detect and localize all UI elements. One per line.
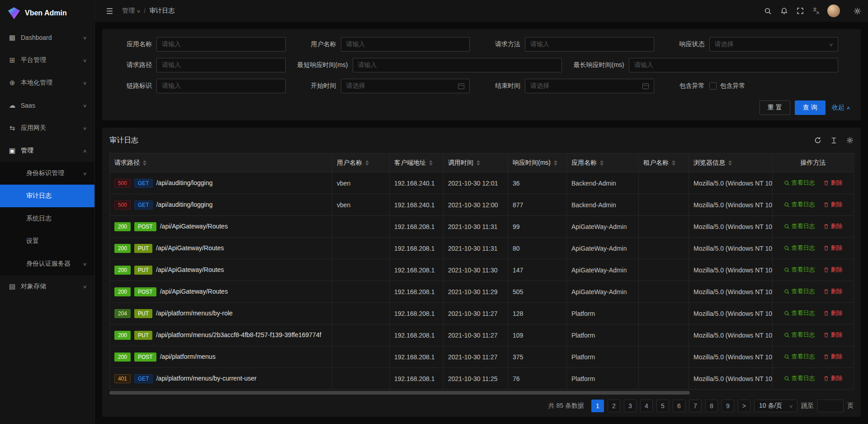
page-size-select[interactable]: 10 条/页∨ — [754, 400, 797, 412]
sidebar-subitem-audit-log[interactable]: 审计日志 — [0, 185, 94, 207]
column-header-tenant[interactable]: 租户名称 — [639, 153, 689, 172]
sidebar-item-manage[interactable]: ▣管理∧ — [0, 139, 94, 162]
table-row: 500GET/api/auditing/loggingvben192.168.2… — [110, 194, 854, 216]
breadcrumb-item-manage[interactable]: 管理 ∨ — [122, 7, 140, 15]
settings-gear-icon[interactable] — [849, 0, 865, 22]
sidebar-subitem-identity[interactable]: 身份标识管理∨ — [0, 162, 94, 185]
delete-link[interactable]: 删除 — [823, 179, 843, 187]
cell-time: 2021-10-30 11:25 — [443, 368, 508, 390]
collapse-link[interactable]: 收起∧ — [832, 104, 850, 112]
next-page-button[interactable]: > — [738, 400, 750, 412]
max-response-time-input[interactable]: 请输入 — [629, 58, 838, 72]
response-status-select[interactable]: 请选择∨ — [709, 37, 839, 52]
column-header-client[interactable]: 客户端地址 — [390, 153, 443, 172]
menu-fold-icon[interactable] — [101, 0, 118, 22]
refresh-icon[interactable] — [814, 137, 821, 144]
page-button-7[interactable]: 7 — [689, 400, 702, 412]
delete-link[interactable]: 删除 — [823, 287, 843, 295]
filter-field-min-response-time: 最短响应时间(ms)请输入 — [297, 58, 574, 72]
column-header-time[interactable]: 调用时间 — [443, 153, 508, 172]
column-header-inner: 调用时间 — [448, 159, 503, 167]
view-log-link[interactable]: 查看日志 — [784, 200, 815, 209]
view-log-link[interactable]: 查看日志 — [784, 331, 815, 339]
sidebar-item-platform[interactable]: ⊞平台管理∨ — [0, 49, 94, 71]
cell-app: ApiGateWay-Admin — [567, 238, 639, 259]
view-log-link[interactable]: 查看日志 — [784, 287, 815, 295]
scrollbar-thumb[interactable] — [109, 391, 690, 395]
column-settings-icon[interactable] — [846, 137, 854, 144]
page-button-1[interactable]: 1 — [591, 400, 604, 412]
horizontal-scrollbar[interactable] — [109, 391, 854, 395]
view-log-link[interactable]: 查看日志 — [784, 222, 815, 230]
fullscreen-icon[interactable] — [792, 0, 808, 22]
page-button-9[interactable]: 9 — [722, 400, 734, 412]
view-log-link[interactable]: 查看日志 — [784, 309, 815, 317]
page-button-2[interactable]: 2 — [608, 400, 620, 412]
reset-button[interactable]: 重 置 — [760, 100, 790, 115]
avatar[interactable] — [827, 5, 840, 17]
checkbox-icon[interactable] — [709, 82, 717, 90]
cell-path: 200POST/api/platform/menus — [110, 346, 332, 368]
column-header-user[interactable]: 用户名称 — [332, 153, 390, 172]
sidebar-subitem-auth-server[interactable]: 身份认证服务器∨ — [0, 252, 94, 275]
notification-bell-icon[interactable] — [776, 0, 792, 22]
delete-link[interactable]: 删除 — [823, 200, 843, 209]
chevron-down-icon: ∨ — [82, 171, 87, 176]
sort-icon — [600, 160, 604, 166]
column-header-duration[interactable]: 响应时间(ms) — [508, 153, 567, 172]
delete-link[interactable]: 删除 — [823, 222, 843, 230]
column-header-inner: 请求路径 — [114, 159, 327, 167]
request-method-input[interactable]: 请输入 — [525, 37, 654, 52]
sidebar-subitem-system-log[interactable]: 系统日志 — [0, 207, 94, 230]
page-button-3[interactable]: 3 — [624, 400, 637, 412]
cell-client: 192.168.208.1 — [390, 303, 443, 324]
delete-link[interactable]: 删除 — [823, 331, 843, 339]
logo[interactable]: Vben Admin — [0, 0, 94, 26]
page-button-4[interactable]: 4 — [640, 400, 653, 412]
sidebar-item-dashboard[interactable]: ▦Dashboard∨ — [0, 26, 94, 49]
trace-id-input[interactable]: 请输入 — [156, 79, 286, 93]
start-time-date-picker[interactable]: 请选择 — [341, 79, 470, 93]
include-exception-checkbox[interactable]: 包含异常 — [709, 82, 745, 90]
svg-text:A: A — [816, 10, 819, 15]
dashboard-icon: ▦ — [8, 33, 16, 42]
delete-link[interactable]: 删除 — [823, 309, 843, 317]
sidebar-item-localization[interactable]: ⊕本地化管理∨ — [0, 71, 94, 94]
column-header-path[interactable]: 请求路径 — [110, 153, 332, 172]
column-header-label: 用户名称 — [337, 159, 362, 167]
column-header-app[interactable]: 应用名称 — [567, 153, 639, 172]
delete-link[interactable]: 删除 — [823, 374, 843, 382]
sidebar-item-storage[interactable]: ▤对象存储∨ — [0, 275, 94, 298]
column-header-browser[interactable]: 浏览器信息 — [689, 153, 773, 172]
delete-link[interactable]: 删除 — [823, 244, 843, 252]
breadcrumb-separator: / — [144, 7, 146, 14]
language-icon[interactable]: 文A — [808, 0, 825, 22]
pagination-total: 共 85 条数据 — [548, 402, 584, 410]
cell-duration: 128 — [508, 303, 567, 324]
jump-page-input[interactable] — [817, 400, 844, 412]
view-log-link[interactable]: 查看日志 — [784, 353, 815, 361]
sidebar-item-saas[interactable]: ☁Saas∨ — [0, 94, 94, 117]
delete-link[interactable]: 删除 — [823, 266, 843, 274]
view-log-link[interactable]: 查看日志 — [784, 374, 815, 382]
delete-link[interactable]: 删除 — [823, 353, 843, 361]
user-name-input[interactable]: 请输入 — [341, 37, 470, 52]
sidebar-subitem-label: 身份标识管理 — [26, 169, 83, 177]
view-log-link[interactable]: 查看日志 — [784, 244, 815, 252]
page-button-8[interactable]: 8 — [705, 400, 718, 412]
sidebar-item-gateway[interactable]: ⇆应用网关∨ — [0, 117, 94, 139]
min-response-time-input[interactable]: 请输入 — [353, 58, 562, 72]
search-icon[interactable] — [760, 0, 776, 22]
request-path-text: /api/platform/menus/by-current-user — [156, 374, 257, 381]
end-time-date-picker[interactable]: 请选择 — [525, 79, 654, 93]
row-height-icon[interactable] — [830, 137, 837, 144]
page-button-5[interactable]: 5 — [656, 400, 669, 412]
view-log-link[interactable]: 查看日志 — [784, 179, 815, 187]
page-button-6[interactable]: 6 — [673, 400, 685, 412]
app-name-input[interactable]: 请输入 — [156, 37, 286, 52]
filter-field-start-time: 开始时间请选择 — [297, 79, 482, 93]
sidebar-subitem-settings[interactable]: 设置 — [0, 230, 94, 252]
search-button[interactable]: 查 询 — [795, 100, 826, 115]
request-path-input[interactable]: 请输入 — [156, 58, 286, 72]
view-log-link[interactable]: 查看日志 — [784, 266, 815, 274]
